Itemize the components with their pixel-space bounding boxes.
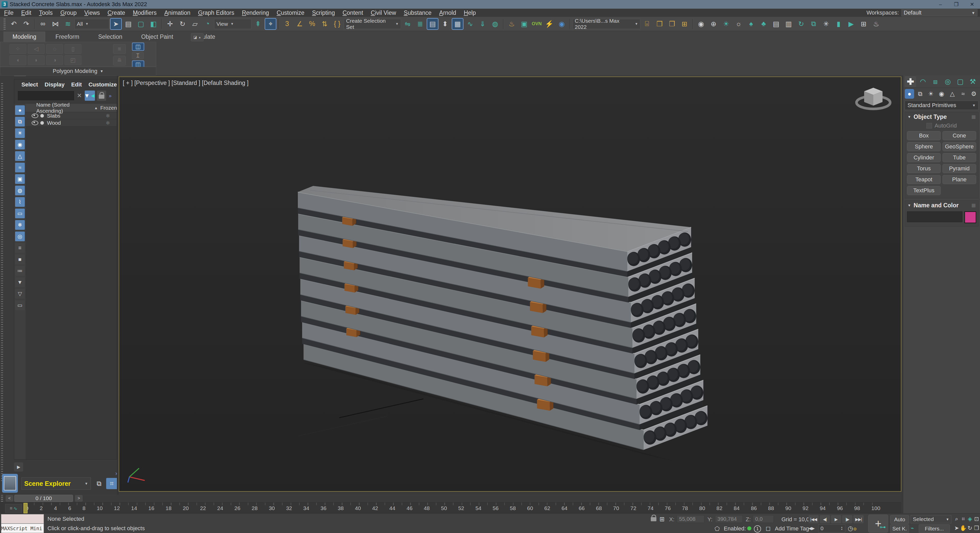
render-setup-icon[interactable]: ♨ (506, 18, 517, 30)
viewport-layout-tab-button[interactable] (2, 474, 18, 493)
timeline-playhead[interactable] (24, 503, 27, 513)
activeshade-render-icon[interactable]: ⚡ (543, 18, 555, 30)
filter-groups-icon[interactable]: ▣ (15, 174, 25, 184)
refresh-icon[interactable]: ↻ (795, 18, 807, 30)
menu-item[interactable]: Graph Editors (198, 10, 234, 16)
cat-helpers-icon[interactable]: △ (948, 89, 957, 99)
building-card-icon[interactable]: ▤ (770, 18, 782, 30)
toolbar-drag-handle[interactable] (3, 18, 6, 30)
select-and-rotate-icon[interactable]: ↻ (177, 18, 188, 30)
key-filters-button[interactable]: Filters... (919, 524, 950, 533)
pin-icon[interactable]: ⌶ (132, 52, 144, 59)
polygon-modeling-label[interactable]: Polygon Modeling▼ (0, 67, 156, 76)
viewport-label[interactable]: [ + ] [Perspective ] [Standard ] [Defaul… (123, 79, 248, 86)
ribbon-tab[interactable]: Object Paint (132, 32, 182, 42)
primitive-button[interactable]: GeoSphere (942, 142, 976, 151)
quad-layout-icon[interactable]: ⊞ (858, 18, 870, 30)
menu-item[interactable]: File (4, 10, 14, 16)
explorer-menu-item[interactable]: Edit (71, 81, 82, 88)
display-filter-button[interactable]: ▼◄ (85, 90, 95, 101)
menu-item[interactable]: Scripting (312, 10, 335, 16)
maxscript-listener-pink[interactable] (1, 514, 44, 523)
panel-icon[interactable]: ▮ (833, 18, 845, 30)
transform-typein-icon[interactable]: ⊞ (659, 516, 665, 523)
toggle-layer-explorer-icon[interactable]: ⬍ (439, 18, 451, 30)
selection-filter-dropdown[interactable]: All▼ (75, 19, 109, 29)
snaps-toggle-icon[interactable]: 3 (281, 18, 293, 30)
clear-search-icon[interactable]: ✕ (76, 92, 83, 99)
align-icon[interactable]: ≣ (414, 18, 426, 30)
select-by-name-icon[interactable]: ▤ (123, 18, 134, 30)
primitive-button[interactable]: Sphere (907, 142, 941, 151)
filter-helpers-icon[interactable]: △ (15, 151, 25, 161)
z-coordinate-field[interactable]: 0,0 (753, 515, 774, 523)
primitive-button[interactable]: Plane (942, 175, 976, 184)
object-color-swatch[interactable] (964, 211, 976, 223)
selection-lock-icon[interactable] (651, 517, 656, 521)
frozen-snowflake-icon[interactable]: ❄ (106, 113, 110, 119)
collapse-stack-icon[interactable]: ◰ (65, 56, 81, 65)
filter-frozen-icon[interactable]: ❄ (15, 220, 25, 230)
ribbon-minimize-button[interactable]: ◪▲ (191, 33, 204, 41)
display-blank-icon[interactable]: ■ (15, 254, 25, 264)
folder-add-icon[interactable]: ⊞ (679, 18, 690, 30)
menu-item[interactable]: Content (342, 10, 363, 16)
edit-named-selection-sets-icon[interactable]: { } (331, 18, 343, 30)
trees-icon[interactable]: ♠ (745, 18, 757, 30)
border-mode-icon[interactable]: ◌ (46, 44, 63, 54)
time-configuration-icon[interactable]: ◷⚙ (848, 525, 857, 532)
select-and-manipulate-icon[interactable]: ⌖ (265, 18, 277, 30)
key-mode-toggle-icon[interactable]: ◀▶ (808, 526, 815, 531)
toggle-command-panel-icon[interactable]: ◫ (132, 43, 144, 51)
toggle-scene-explorer-icon[interactable]: ▤ (427, 18, 438, 30)
asset-tracking-icon[interactable]: ⌻ (641, 18, 653, 30)
lock-explorer-button[interactable] (97, 90, 106, 101)
cat-geometry-icon[interactable]: ● (905, 89, 914, 99)
stacked-views-icon[interactable]: ⧉ (808, 18, 819, 30)
cat-shapes-icon[interactable]: ⧉ (915, 89, 925, 99)
go-to-end-button[interactable]: ▶▶| (853, 515, 864, 523)
maximize-button[interactable]: ❐ (948, 0, 964, 9)
select-and-scale-icon[interactable]: ▱ (189, 18, 201, 30)
primitive-button[interactable]: Tube (942, 153, 976, 162)
preview-off-icon[interactable]: ◑ (46, 56, 63, 65)
explorer-menu-item[interactable]: Customize (89, 81, 117, 88)
polygon-mode-icon[interactable]: ▯ (65, 44, 81, 54)
explorer-menu-item[interactable]: Select (21, 81, 38, 88)
pin-stack-icon[interactable]: ≡ (113, 44, 126, 54)
perspective-viewport[interactable]: [ + ] [Perspective ] [Standard ] [Defaul… (119, 76, 901, 492)
omniverse-icon[interactable]: OVN (531, 18, 542, 30)
zoom-region-icon[interactable]: ⊡ (974, 514, 980, 523)
set-key-mode-button[interactable]: Set K. (890, 524, 909, 533)
primitive-button[interactable]: Cylinder (907, 153, 941, 162)
reference-coordinate-dropdown[interactable]: View▼ (214, 19, 251, 29)
filter-hidden-icon[interactable]: ◎ (15, 232, 25, 241)
x-coordinate-field[interactable]: 55,008 (677, 515, 704, 523)
tab-display[interactable]: ▢ (955, 76, 966, 87)
primitive-button[interactable]: TextPlus (907, 186, 941, 195)
menu-item[interactable]: Substance (404, 10, 431, 16)
menu-item[interactable]: Modifiers (133, 10, 156, 16)
rollout-grip-icon[interactable]: ▦ (971, 114, 976, 120)
tab-motion[interactable]: ◎ (942, 76, 953, 87)
play-panel-icon[interactable]: ▶ (845, 18, 857, 30)
frozen-snowflake-icon[interactable]: ❄ (106, 120, 110, 126)
menu-item[interactable]: Group (60, 10, 76, 16)
camera-icon[interactable]: ◉ (695, 18, 707, 30)
undo-icon[interactable]: ↶ (8, 18, 20, 30)
layer-explorer-mode-icon[interactable]: ⧉ (94, 478, 105, 489)
filter-funnel-icon[interactable]: ▽ (15, 289, 25, 299)
play-button[interactable]: ▶ (831, 515, 841, 523)
previous-frame-button[interactable]: ◀| (820, 515, 830, 523)
workspaces-dropdown[interactable]: Default ▼ (901, 9, 977, 16)
spinner-snap-toggle-icon[interactable]: ⇅ (319, 18, 331, 30)
tab-modify[interactable]: ◠ (917, 76, 929, 87)
daylight-icon[interactable]: ☼ (733, 18, 745, 30)
minimize-button[interactable]: – (932, 0, 948, 9)
autogrid-checkbox[interactable] (926, 123, 932, 128)
render-in-cloud-icon[interactable]: ◉ (556, 18, 568, 30)
maximize-viewport-icon[interactable]: ❒ (974, 523, 980, 533)
redo-icon[interactable]: ↷ (21, 18, 32, 30)
filter-geometry-icon[interactable]: ● (15, 105, 25, 115)
mirror-icon[interactable]: ⇋ (402, 18, 414, 30)
